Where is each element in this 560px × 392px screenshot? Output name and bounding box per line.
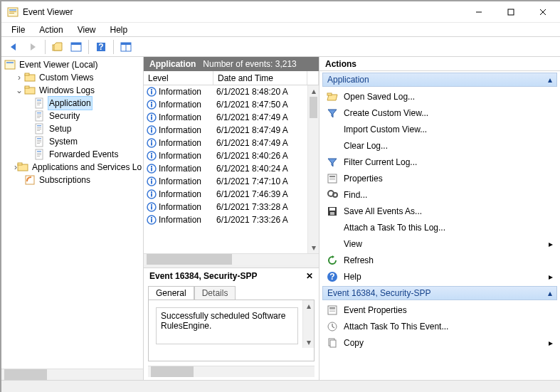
tree-hscrollbar[interactable] bbox=[1, 369, 143, 380]
tree-log-system[interactable]: System bbox=[4, 135, 142, 148]
tree-log-forwarded-events[interactable]: Forwarded Events bbox=[4, 148, 142, 161]
back-button[interactable] bbox=[6, 39, 23, 55]
svg-rect-92 bbox=[329, 178, 335, 179]
event-date: 6/1/2021 8:47:49 A bbox=[213, 125, 319, 135]
action-refresh[interactable]: Refresh bbox=[322, 252, 557, 268]
menu-view[interactable]: View bbox=[72, 23, 102, 36]
toolbar-help-icon[interactable]: ? bbox=[93, 39, 110, 55]
action-save-all-events-as[interactable]: Save All Events As... bbox=[322, 203, 557, 219]
action-clear-log[interactable]: Clear Log... bbox=[322, 137, 557, 154]
tree-label: Forwarded Events bbox=[48, 148, 120, 161]
svg-text:?: ? bbox=[98, 42, 103, 52]
tree-label: Application bbox=[48, 96, 93, 110]
log-icon bbox=[34, 97, 46, 109]
tree-windows-logs[interactable]: ⌄ Windows Logs bbox=[4, 84, 142, 97]
blank-icon bbox=[327, 124, 338, 135]
action-filter-current-log[interactable]: Filter Current Log... bbox=[322, 154, 557, 170]
toolbar-open-icon[interactable] bbox=[49, 39, 66, 55]
action-create-custom-view[interactable]: Create Custom View... bbox=[322, 105, 557, 121]
event-row[interactable]: Information6/1/2021 7:46:39 A bbox=[144, 188, 319, 201]
collapse-icon[interactable]: ▴ bbox=[548, 75, 552, 85]
actions-pane: Actions Application ▴ Open Saved Log...C… bbox=[319, 57, 560, 380]
svg-marker-99 bbox=[332, 255, 334, 258]
action-label: Find... bbox=[344, 190, 553, 200]
event-level: Information bbox=[159, 112, 201, 122]
menu-help[interactable]: Help bbox=[105, 23, 134, 36]
action-view[interactable]: View▸ bbox=[322, 235, 557, 252]
event-level: Information bbox=[159, 189, 201, 199]
tab-general[interactable]: General bbox=[148, 286, 194, 300]
action-open-saved-log[interactable]: Open Saved Log... bbox=[322, 88, 557, 105]
tree-apps-services[interactable]: › Applications and Services Lo bbox=[4, 161, 142, 174]
events-vscrollbar[interactable]: ▴ ▾ bbox=[307, 85, 319, 253]
svg-rect-41 bbox=[37, 138, 41, 139]
action-find[interactable]: Find... bbox=[322, 186, 557, 203]
close-button[interactable] bbox=[527, 2, 559, 22]
event-row[interactable]: Information6/1/2021 7:33:28 A bbox=[144, 201, 319, 213]
tree-log-setup[interactable]: Setup bbox=[4, 122, 142, 135]
menu-action[interactable]: Action bbox=[33, 23, 68, 36]
action-properties[interactable]: Properties bbox=[322, 170, 557, 186]
svg-rect-70 bbox=[151, 153, 152, 154]
toolbar-separator bbox=[88, 40, 89, 54]
scroll-thumb[interactable] bbox=[310, 97, 317, 118]
scroll-up-icon[interactable]: ▴ bbox=[308, 85, 319, 97]
info-icon bbox=[147, 164, 157, 174]
toolbar-pane-icon[interactable] bbox=[68, 39, 85, 55]
action-label: View bbox=[344, 239, 543, 249]
maximize-button[interactable] bbox=[495, 2, 527, 22]
svg-rect-34 bbox=[37, 117, 40, 118]
tree-log-application[interactable]: Application bbox=[4, 97, 142, 110]
event-level: Information bbox=[159, 151, 201, 161]
svg-rect-75 bbox=[151, 181, 152, 184]
actions-section-application[interactable]: Application ▴ bbox=[322, 73, 557, 87]
action-label: Copy bbox=[344, 338, 543, 348]
action-event-properties[interactable]: Event Properties bbox=[322, 302, 557, 318]
event-row[interactable]: Information6/1/2021 7:47:10 A bbox=[144, 175, 319, 188]
event-row[interactable]: Information6/1/2021 8:47:49 A bbox=[144, 111, 319, 124]
event-row[interactable]: Information6/1/2021 8:47:49 A bbox=[144, 137, 319, 149]
svg-rect-42 bbox=[37, 140, 41, 141]
event-row[interactable]: Information6/1/2021 7:33:26 A bbox=[144, 213, 319, 226]
collapse-icon[interactable]: ▴ bbox=[548, 288, 552, 298]
event-row[interactable]: Information6/1/2021 8:48:20 A bbox=[144, 85, 319, 98]
action-attach-a-task-to-this-log[interactable]: Attach a Task To this Log... bbox=[322, 219, 557, 235]
events-list[interactable]: Information6/1/2021 8:48:20 AInformation… bbox=[144, 85, 319, 253]
event-row[interactable]: Information6/1/2021 8:47:50 A bbox=[144, 98, 319, 111]
tree-subscriptions[interactable]: Subscriptions bbox=[4, 174, 142, 186]
tree-custom-views[interactable]: › Custom Views bbox=[4, 71, 142, 84]
nav-tree[interactable]: Event Viewer (Local) › Custom Views ⌄ Wi… bbox=[1, 57, 143, 369]
tab-details[interactable]: Details bbox=[194, 286, 236, 300]
event-row[interactable]: Information6/1/2021 8:40:24 A bbox=[144, 162, 319, 175]
col-level[interactable]: Level bbox=[144, 71, 213, 85]
menu-file[interactable]: File bbox=[6, 23, 31, 36]
tree-root[interactable]: Event Viewer (Local) bbox=[4, 58, 142, 71]
col-date[interactable]: Date and Time bbox=[213, 71, 307, 85]
action-attach-task-to-this-event[interactable]: Attach Task To This Event... bbox=[322, 318, 557, 334]
action-help[interactable]: ?Help▸ bbox=[322, 268, 557, 285]
section-label: Event 16384, Security-SPP bbox=[327, 288, 430, 298]
events-hscrollbar[interactable] bbox=[144, 253, 319, 265]
scroll-down-icon[interactable]: ▾ bbox=[308, 242, 319, 253]
action-copy[interactable]: Copy▸ bbox=[322, 334, 557, 351]
svg-marker-11 bbox=[54, 43, 62, 51]
toolbar-layout-icon[interactable] bbox=[117, 39, 134, 55]
actions-section-event[interactable]: Event 16384, Security-SPP ▴ bbox=[322, 286, 557, 300]
expand-icon[interactable]: › bbox=[14, 71, 24, 84]
action-import-custom-view[interactable]: Import Custom View... bbox=[322, 121, 557, 137]
event-row[interactable]: Information6/1/2021 8:40:26 A bbox=[144, 149, 319, 162]
copy-icon bbox=[327, 337, 338, 349]
tree-log-security[interactable]: Security bbox=[4, 110, 142, 122]
event-date: 6/1/2021 7:47:10 A bbox=[213, 176, 319, 186]
detail-hscrollbar[interactable] bbox=[148, 366, 315, 377]
svg-rect-84 bbox=[151, 219, 152, 223]
detail-close-icon[interactable]: ✕ bbox=[306, 271, 313, 281]
detail-vscrollbar[interactable]: ▴▾ bbox=[302, 300, 314, 348]
forward-button[interactable] bbox=[24, 39, 41, 55]
titlebar: Event Viewer bbox=[1, 1, 560, 23]
collapse-icon[interactable]: ⌄ bbox=[14, 84, 24, 97]
event-row[interactable]: Information6/1/2021 8:47:49 A bbox=[144, 124, 319, 137]
action-label: Properties bbox=[344, 174, 553, 184]
minimize-button[interactable] bbox=[463, 2, 495, 22]
svg-rect-81 bbox=[151, 206, 152, 210]
